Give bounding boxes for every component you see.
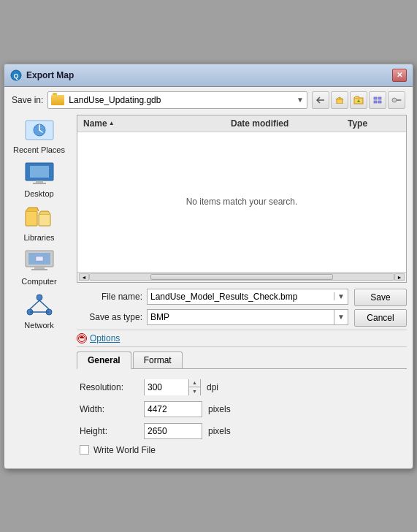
- form-fields-section: File name: ▼ Save as type: BMP ▼: [77, 289, 407, 330]
- filename-label: File name:: [77, 292, 142, 302]
- dropdown-arrow-icon: ▼: [297, 96, 304, 104]
- options-row: Options: [77, 330, 407, 347]
- resolution-input[interactable]: [145, 379, 188, 395]
- nav-back-button[interactable]: [312, 91, 329, 109]
- write-world-file-checkbox[interactable]: [80, 445, 89, 455]
- horizontal-scrollbar[interactable]: ◄ ►: [77, 272, 406, 282]
- svg-text:Q: Q: [13, 72, 18, 80]
- svg-point-9: [392, 98, 397, 102]
- options-panel-general: Resolution: ▲ ▼ dpi Width: pixels: [77, 375, 407, 463]
- save-in-label: Save in:: [12, 95, 43, 105]
- file-browser-header: Name ▲ Date modified Type: [77, 115, 406, 132]
- form-fields: File name: ▼ Save as type: BMP ▼: [77, 289, 348, 330]
- tabs-row: General Format: [77, 352, 407, 369]
- write-world-file-label: Write World File: [93, 445, 156, 455]
- save-button[interactable]: Save: [354, 289, 407, 306]
- libraries-icon: [24, 205, 55, 230]
- svg-rect-15: [36, 180, 43, 183]
- save-in-dropdown[interactable]: LandUse_Updating.gdb ▼: [47, 91, 307, 109]
- options-label[interactable]: Options: [90, 333, 120, 343]
- file-browser[interactable]: Name ▲ Date modified Type No items match…: [77, 115, 407, 283]
- desktop-icon: [24, 162, 55, 186]
- svg-text:+: +: [357, 98, 360, 103]
- svg-rect-2: [337, 99, 343, 104]
- network-icon: [24, 293, 55, 318]
- filename-row: File name: ▼: [77, 289, 348, 305]
- folder-icon: [51, 95, 64, 105]
- svg-rect-5: [374, 97, 377, 99]
- resolution-unit: dpi: [207, 382, 218, 392]
- sidebar-item-computer-label: Computer: [21, 277, 56, 286]
- sidebar-item-network-label: Network: [24, 321, 53, 330]
- filename-dropdown-arrow[interactable]: ▼: [334, 292, 348, 300]
- height-unit: pixels: [208, 426, 231, 436]
- empty-message: No items match your search.: [77, 132, 406, 272]
- nav-up-button[interactable]: [331, 91, 348, 109]
- dialog-title: Export Map: [26, 70, 74, 80]
- height-label: Height:: [80, 426, 138, 436]
- scrollbar-thumb[interactable]: [150, 274, 333, 280]
- resolution-up-btn[interactable]: ▲: [189, 379, 200, 388]
- svg-line-27: [30, 300, 39, 309]
- filename-input[interactable]: [148, 289, 334, 304]
- scrollbar-track[interactable]: [89, 273, 394, 281]
- sidebar-item-libraries-label: Libraries: [23, 233, 54, 242]
- create-folder-button[interactable]: +: [350, 91, 367, 109]
- close-button[interactable]: ✕: [392, 69, 407, 82]
- svg-rect-6: [378, 97, 381, 99]
- svg-rect-16: [33, 183, 46, 184]
- export-map-dialog: Q Export Map ✕ Save in: LandUse_Updating…: [4, 64, 413, 469]
- svg-rect-17: [26, 211, 37, 226]
- scrollbar-right-btn[interactable]: ►: [394, 273, 405, 281]
- nav-sidebar: Recent Places Desktop: [4, 109, 74, 468]
- height-row: Height: pixels: [80, 423, 404, 439]
- col-type-header[interactable]: Type: [345, 117, 403, 130]
- sidebar-item-recent-places[interactable]: Recent Places: [10, 115, 69, 157]
- svg-rect-7: [374, 101, 377, 103]
- scrollbar-left-btn[interactable]: ◄: [79, 273, 89, 281]
- sidebar-item-libraries[interactable]: Libraries: [10, 202, 69, 245]
- width-input[interactable]: [144, 401, 202, 417]
- sidebar-item-network[interactable]: Network: [10, 290, 69, 332]
- sidebar-item-computer[interactable]: Computer: [10, 246, 69, 289]
- resolution-spinner[interactable]: ▲ ▼: [144, 379, 201, 395]
- cancel-button[interactable]: Cancel: [354, 309, 407, 327]
- app-icon: Q: [10, 69, 22, 81]
- write-world-file-row: Write World File: [80, 445, 404, 455]
- toolbar-buttons: +: [312, 91, 405, 109]
- saveas-dropdown-arrow[interactable]: ▼: [334, 310, 348, 324]
- title-bar: Q Export Map ✕: [4, 64, 413, 87]
- saveas-row: Save as type: BMP ▼: [77, 309, 348, 325]
- resolution-arrows: ▲ ▼: [188, 379, 200, 395]
- save-in-value: LandUse_Updating.gdb: [69, 95, 294, 105]
- height-input[interactable]: [144, 423, 202, 439]
- svg-rect-23: [36, 256, 43, 261]
- recent-places-icon: [24, 118, 55, 142]
- width-label: Width:: [80, 404, 138, 414]
- svg-rect-10: [397, 99, 402, 101]
- width-unit: pixels: [208, 404, 231, 414]
- svg-rect-21: [34, 267, 45, 269]
- tools-button[interactable]: [388, 91, 405, 109]
- saveas-value: BMP: [148, 312, 334, 322]
- tab-general[interactable]: General: [77, 352, 131, 369]
- tab-format[interactable]: Format: [133, 352, 183, 368]
- svg-rect-8: [378, 101, 381, 103]
- svg-rect-14: [30, 166, 49, 178]
- view-menu-button[interactable]: [369, 91, 386, 109]
- sidebar-item-desktop-label: Desktop: [24, 189, 53, 198]
- options-expand-icon[interactable]: [77, 333, 87, 343]
- computer-icon: [24, 249, 55, 274]
- svg-rect-22: [31, 269, 47, 270]
- resolution-row: Resolution: ▲ ▼ dpi: [80, 379, 404, 395]
- svg-point-24: [37, 294, 42, 300]
- col-name-header[interactable]: Name ▲: [80, 117, 228, 130]
- sort-icon: ▲: [109, 120, 115, 126]
- sidebar-item-desktop[interactable]: Desktop: [10, 159, 69, 201]
- resolution-down-btn[interactable]: ▼: [189, 387, 200, 395]
- width-row: Width: pixels: [80, 401, 404, 417]
- sidebar-item-recent-places-label: Recent Places: [13, 145, 65, 154]
- main-area: Name ▲ Date modified Type No items match…: [74, 109, 413, 468]
- col-date-header[interactable]: Date modified: [228, 117, 345, 130]
- resolution-label: Resolution:: [80, 382, 138, 392]
